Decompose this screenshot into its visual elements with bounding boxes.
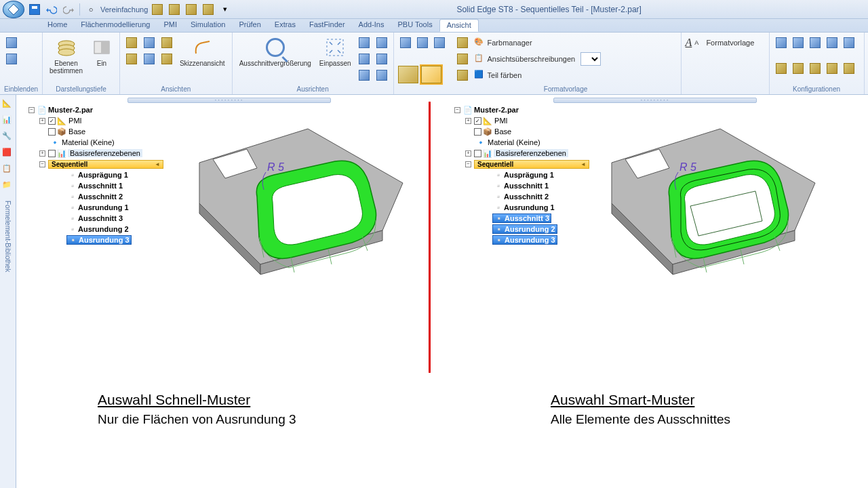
simplify-radio[interactable]: ○: [83, 2, 98, 17]
tab-home[interactable]: Home: [41, 19, 74, 32]
redo-button[interactable]: [61, 2, 76, 17]
show-btn-1[interactable]: [4, 35, 19, 50]
align-sm-6[interactable]: [374, 68, 389, 83]
left-sidebar: 📐 📊 🔧 🟥 📋 📁 Formelement-Bibliothek: [0, 95, 16, 488]
svg-marker-2: [72, 8, 74, 12]
zoom-area-button[interactable]: Ausschnittvergrößerung: [237, 35, 314, 68]
tab-surface[interactable]: Flächenmodellierung: [74, 19, 157, 32]
title-bar: ○ Vereinfachung ▾ Solid Edge ST8 - Seque…: [0, 0, 868, 19]
cfg-8[interactable]: [808, 61, 823, 76]
cfg-3[interactable]: [808, 35, 823, 50]
color-manager-button[interactable]: 🎨Farbmanager: [474, 35, 601, 50]
layers-button[interactable]: Ebenen bestimmen: [47, 35, 85, 76]
align-sm-3[interactable]: [357, 68, 372, 83]
window-title: Solid Edge ST8 - Sequentielles Teil - [M…: [233, 5, 865, 14]
view-overrides-combo[interactable]: [580, 52, 601, 66]
sb-icon-3[interactable]: 🔧: [2, 131, 14, 144]
3d-viewport-right[interactable]: R 5: [605, 122, 829, 312]
sidebar-label: Formelement-Bibliothek: [4, 201, 12, 272]
on-button[interactable]: Ein: [88, 35, 115, 68]
view-sm-2[interactable]: [124, 52, 139, 66]
sb-icon-6[interactable]: 📁: [2, 180, 14, 192]
sketchview-button[interactable]: Skizzenansicht: [177, 35, 228, 68]
tab-simulation[interactable]: Simulation: [184, 19, 232, 32]
ribbon-group-config: Konfigurationen: [770, 33, 865, 94]
style-cube-1[interactable]: [398, 65, 418, 84]
tab-fastfinder[interactable]: FastFinder: [302, 19, 352, 32]
color-part-button[interactable]: 🟦Teil färben: [474, 68, 601, 83]
radius-dimension-left: R 5: [267, 161, 284, 173]
fit-button[interactable]: Einpassen: [317, 35, 354, 68]
align-sm-5[interactable]: [374, 52, 389, 66]
cfg-10[interactable]: [842, 61, 856, 76]
cfg-7[interactable]: [791, 61, 806, 76]
quick-access-toolbar: ○ Vereinfachung ▾: [27, 2, 233, 17]
cfg-1[interactable]: [774, 35, 789, 50]
show-btn-2[interactable]: [4, 52, 19, 66]
fmt-sm-1[interactable]: [455, 35, 470, 50]
application-menu-button[interactable]: [3, 1, 24, 18]
svg-marker-1: [46, 8, 48, 12]
ribbon-group-views: Skizzenansicht Ansichten: [120, 33, 233, 94]
ribbon-group-depth: Ebenen bestimmen Ein Darstellungstiefe: [43, 33, 120, 94]
save-button[interactable]: [27, 2, 42, 17]
ribbon-group-template: AA Formatvorlage: [682, 33, 770, 94]
sb-icon-1[interactable]: 📐: [2, 99, 14, 111]
simplify-label: Vereinfachung: [100, 5, 148, 14]
qat-tool-1[interactable]: [150, 2, 165, 17]
cfg-6[interactable]: [774, 61, 789, 76]
undo-button[interactable]: [44, 2, 59, 17]
tree-file[interactable]: −📄 Muster-2.par: [28, 104, 437, 115]
cfg-2[interactable]: [791, 35, 806, 50]
annotation-right: Auswahl Smart-Muster Alle Elemente des A…: [551, 392, 730, 427]
tree-file[interactable]: −📄 Muster-2.par: [454, 104, 863, 115]
svg-marker-0: [8, 4, 19, 15]
magnifier-icon: [266, 38, 285, 57]
qat-tool-4[interactable]: [201, 2, 216, 17]
sb-icon-4[interactable]: 🟥: [2, 148, 14, 160]
pane-grip-left[interactable]: [127, 98, 331, 103]
radius-dimension-right: R 5: [679, 161, 696, 173]
ribbon-group-window: Neues Fenster: [865, 33, 868, 94]
view-sm-1[interactable]: [124, 35, 139, 50]
align-sm-1[interactable]: [357, 35, 372, 50]
svg-rect-9: [327, 39, 343, 56]
left-pane: −📄 Muster-2.par+✓ 📐 PMI 📦 Base🔹 Material…: [16, 95, 442, 488]
view-sm-4[interactable]: [142, 52, 157, 66]
sb-icon-2[interactable]: 📊: [2, 115, 14, 127]
tab-addins[interactable]: Add-Ins: [352, 19, 391, 32]
cfg-9[interactable]: [825, 61, 840, 76]
sb-icon-5[interactable]: 📋: [2, 164, 14, 176]
style-cube-2[interactable]: [421, 65, 441, 84]
cube-1[interactable]: [398, 35, 413, 50]
tab-extras[interactable]: Extras: [268, 19, 302, 32]
cube-2[interactable]: [415, 35, 430, 50]
view-overrides-label: Ansichtsüberschreibungen: [488, 55, 576, 63]
view-sm-5[interactable]: [159, 35, 174, 50]
ribbon: Einblenden Ebenen bestimmen Ein Darstell…: [0, 33, 868, 95]
align-sm-2[interactable]: [357, 52, 372, 66]
tab-pmi[interactable]: PMI: [157, 19, 184, 32]
3d-viewport-left[interactable]: R 5: [193, 122, 416, 312]
pane-grip-right[interactable]: [553, 98, 757, 103]
qat-tool-3[interactable]: [184, 2, 199, 17]
cfg-4[interactable]: [825, 35, 840, 50]
tab-view[interactable]: Ansicht: [439, 19, 479, 32]
tab-inspect[interactable]: Prüfen: [232, 19, 267, 32]
fmt-sm-3[interactable]: [455, 68, 470, 83]
cube-3[interactable]: [432, 35, 447, 50]
cfg-5[interactable]: [842, 35, 856, 50]
tab-pbu[interactable]: PBU Tools: [391, 19, 439, 32]
ribbon-tabs: Home Flächenmodellierung PMI Simulation …: [0, 19, 868, 33]
fmt-sm-2[interactable]: [455, 52, 470, 66]
qat-dropdown[interactable]: ▾: [218, 2, 233, 17]
format-template-button[interactable]: AA Formatvorlage: [686, 35, 755, 50]
ribbon-group-cubes: [394, 33, 451, 94]
view-sm-6[interactable]: [159, 52, 174, 66]
right-pane: −📄 Muster-2.par+✓ 📐 PMI 📦 Base🔹 Material…: [442, 95, 868, 488]
ribbon-group-show: Einblenden: [0, 33, 43, 94]
qat-tool-2[interactable]: [167, 2, 182, 17]
view-sm-3[interactable]: [142, 35, 157, 50]
svg-point-5: [58, 49, 75, 56]
align-sm-4[interactable]: [374, 35, 389, 50]
